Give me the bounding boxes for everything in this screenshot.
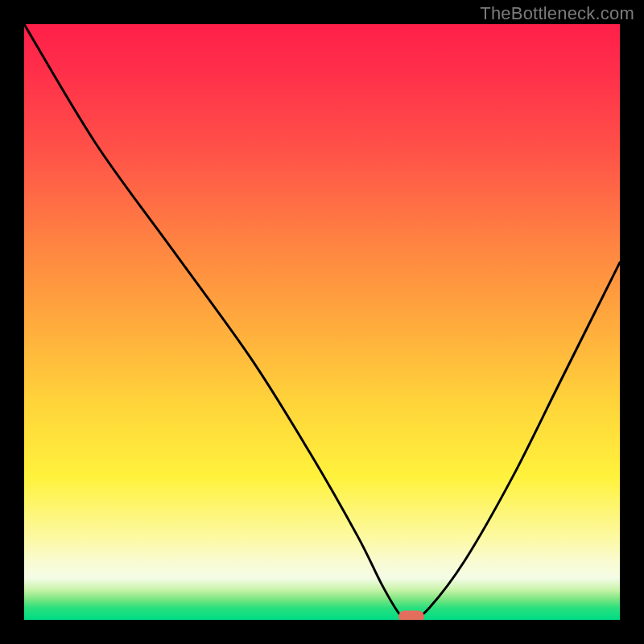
minimum-marker xyxy=(398,611,424,621)
bottleneck-curve xyxy=(24,24,620,620)
curve-path xyxy=(24,24,620,620)
plot-area xyxy=(24,24,620,620)
bottleneck-chart: TheBottleneck.com xyxy=(0,0,644,644)
attribution-label: TheBottleneck.com xyxy=(480,3,634,24)
